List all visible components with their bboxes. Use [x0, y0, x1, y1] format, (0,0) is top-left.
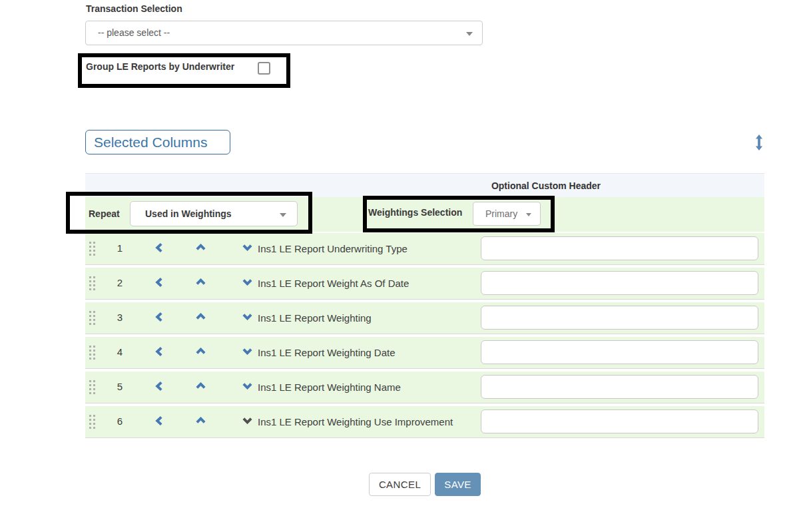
move-down-chevron-icon[interactable] [242, 278, 252, 286]
row-number: 2 [110, 277, 130, 288]
repeat-select-value: Used in Weightings [145, 208, 232, 219]
move-left-chevron-icon[interactable] [154, 381, 163, 392]
move-down-chevron-icon-disabled [242, 417, 252, 424]
row-number: 6 [110, 415, 130, 427]
drag-handle-icon[interactable] [89, 311, 95, 325]
table-row: 5 Ins1 LE Report Weighting Name [85, 372, 764, 403]
selected-columns-table: Optional Custom Header Repeat Used in We… [85, 173, 764, 441]
table-row: 3 Ins1 LE Report Weighting [85, 302, 764, 334]
custom-header-input[interactable] [481, 271, 758, 295]
custom-header-input[interactable] [481, 340, 758, 364]
repeat-label: Repeat [89, 208, 120, 219]
repeat-select[interactable]: Used in Weightings [130, 201, 298, 226]
move-left-chevron-icon[interactable] [154, 312, 163, 322]
table-row: 6 Ins1 LE Report Weighting Use Improveme… [85, 406, 764, 438]
move-up-chevron-icon[interactable] [196, 417, 206, 424]
column-label: Ins1 LE Report Weighting Use Improvement [258, 406, 453, 437]
move-left-chevron-icon[interactable] [154, 242, 163, 253]
cancel-button[interactable]: CANCEL [369, 473, 431, 496]
page: Transaction Selection -- please select -… [0, 0, 811, 532]
custom-header-input[interactable] [481, 306, 758, 330]
column-row-list: 1 Ins1 LE Report Underwriting Type 2 Ins… [85, 233, 764, 438]
column-label: Ins1 LE Report Weighting Name [258, 372, 401, 403]
table-row: 1 Ins1 LE Report Underwriting Type [85, 233, 764, 265]
move-down-chevron-icon[interactable] [242, 313, 252, 320]
table-row: 4 Ins1 LE Report Weighting Date [85, 337, 764, 369]
custom-header-input[interactable] [481, 409, 758, 433]
resize-vertical-icon[interactable] [754, 134, 764, 150]
move-up-chevron-icon[interactable] [196, 244, 206, 251]
row-number: 1 [110, 242, 130, 254]
row-number: 5 [110, 381, 130, 392]
weightings-select-value: Primary [485, 208, 517, 219]
move-up-chevron-icon[interactable] [196, 278, 206, 286]
custom-header-input[interactable] [481, 375, 758, 399]
move-left-chevron-icon[interactable] [154, 277, 163, 288]
drag-handle-icon[interactable] [89, 276, 95, 290]
weightings-selection-label: Weightings Selection [368, 207, 462, 218]
group-underwriter-label: Group LE Reports by Underwriter [86, 61, 234, 72]
caret-down-icon [280, 213, 286, 217]
move-up-chevron-icon[interactable] [196, 348, 206, 355]
table-row: 2 Ins1 LE Report Weight As Of Date [85, 268, 764, 300]
repeat-row: Repeat Used in Weightings Weightings Sel… [85, 197, 764, 232]
move-down-chevron-icon[interactable] [242, 244, 252, 251]
row-number: 3 [110, 312, 130, 323]
caret-down-icon [526, 213, 531, 216]
move-left-chevron-icon[interactable] [154, 346, 163, 357]
group-underwriter-checkbox[interactable] [258, 62, 270, 75]
move-left-chevron-icon[interactable] [154, 415, 163, 426]
drag-handle-icon[interactable] [89, 346, 95, 360]
caret-down-icon [466, 32, 473, 36]
transaction-select[interactable]: -- please select -- [85, 21, 483, 45]
column-label: Ins1 LE Report Weight As Of Date [258, 268, 409, 299]
row-number: 4 [110, 346, 130, 358]
move-down-chevron-icon[interactable] [242, 382, 252, 390]
move-down-chevron-icon[interactable] [242, 348, 252, 355]
transaction-selection-label: Transaction Selection [86, 3, 182, 14]
drag-handle-icon[interactable] [89, 380, 95, 394]
column-label: Ins1 LE Report Weighting [258, 302, 372, 334]
column-label: Ins1 LE Report Underwriting Type [258, 233, 407, 264]
save-button[interactable]: SAVE [435, 473, 481, 496]
column-label: Ins1 LE Report Weighting Date [258, 337, 396, 368]
custom-header-input[interactable] [481, 236, 758, 260]
transaction-select-value: -- please select -- [98, 27, 170, 38]
drag-handle-icon[interactable] [89, 242, 95, 256]
table-header-row: Optional Custom Header [85, 173, 764, 197]
move-up-chevron-icon[interactable] [196, 382, 206, 390]
optional-custom-header-label: Optional Custom Header [479, 180, 613, 191]
drag-handle-icon[interactable] [89, 415, 95, 429]
weightings-select[interactable]: Primary [473, 202, 541, 226]
selected-columns-title: Selected Columns [85, 130, 230, 154]
move-up-chevron-icon[interactable] [196, 313, 206, 320]
